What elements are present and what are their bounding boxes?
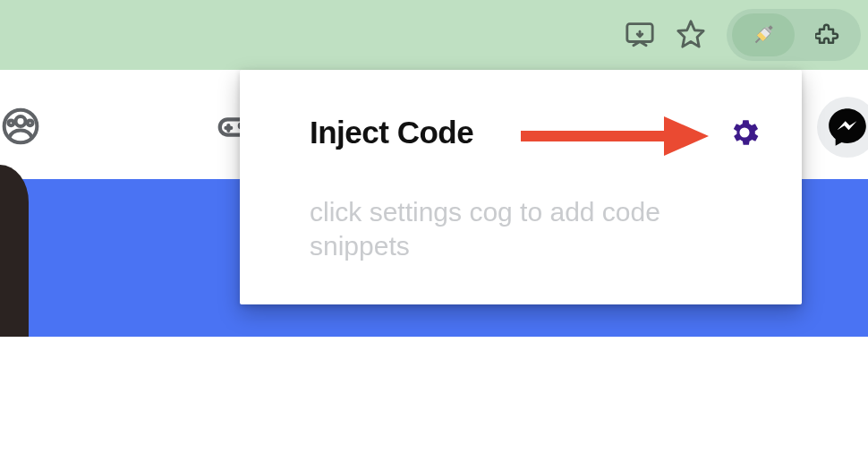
syringe-icon bbox=[749, 21, 778, 49]
svg-point-10 bbox=[28, 120, 33, 125]
cast-icon[interactable] bbox=[622, 16, 658, 52]
settings-button[interactable] bbox=[727, 115, 762, 150]
popup-title: Inject Code bbox=[310, 115, 473, 150]
svg-rect-6 bbox=[755, 38, 761, 43]
extensions-menu-button[interactable] bbox=[807, 13, 850, 56]
extension-popup: Inject Code click settings cog to add co… bbox=[240, 70, 802, 304]
popup-header: Inject Code bbox=[310, 107, 762, 158]
svg-marker-1 bbox=[678, 21, 703, 47]
popup-hint-text: click settings cog to add code snippets bbox=[310, 195, 757, 264]
messenger-icon bbox=[825, 105, 868, 150]
messenger-button[interactable] bbox=[817, 97, 868, 158]
browser-toolbar bbox=[0, 0, 868, 70]
gear-icon bbox=[728, 116, 762, 150]
svg-point-8 bbox=[16, 116, 26, 126]
star-icon[interactable] bbox=[673, 16, 709, 52]
group-icon[interactable] bbox=[0, 106, 41, 147]
svg-point-9 bbox=[8, 120, 13, 125]
extensions-pill bbox=[727, 9, 861, 61]
active-extension-button[interactable] bbox=[732, 13, 795, 56]
profile-photo-fragment bbox=[0, 165, 29, 344]
page-body bbox=[0, 337, 868, 471]
